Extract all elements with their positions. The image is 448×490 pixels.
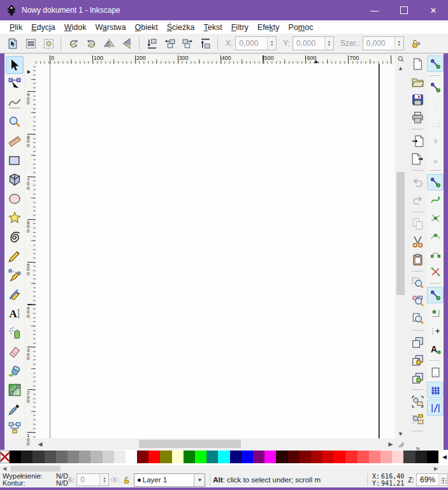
palette-swatch[interactable] <box>148 450 160 463</box>
palette-swatch[interactable] <box>392 450 403 463</box>
vertical-scrollbar-thumb[interactable] <box>396 172 405 295</box>
snap-others-button[interactable] <box>427 287 444 303</box>
import-button[interactable] <box>409 133 426 149</box>
current-layer-dropdown[interactable]: Layer 1 ▼ <box>134 473 206 487</box>
spiral-tool[interactable] <box>6 228 24 246</box>
horizontal-scrollbar[interactable]: ◀ ▶ <box>36 438 395 449</box>
menu-item-filtry[interactable]: Filtry <box>227 22 253 33</box>
calligraphy-tool[interactable] <box>6 285 24 303</box>
node-editor-tool[interactable] <box>6 75 24 93</box>
duplicate-button[interactable] <box>409 334 426 350</box>
save-button[interactable] <box>409 91 426 108</box>
snap-nodes-button[interactable] <box>427 174 444 191</box>
paste-button[interactable] <box>409 251 426 268</box>
palette-swatch[interactable] <box>218 450 229 463</box>
palette-swatch[interactable] <box>10 450 21 463</box>
palette-swatch[interactable] <box>288 450 300 463</box>
palette-scroll-left-icon[interactable]: ◀ <box>442 454 447 460</box>
minimize-button[interactable]: — <box>360 0 389 20</box>
snap-grid-button[interactable] <box>427 382 444 398</box>
spin-arrows[interactable]: ▲▼ <box>267 37 276 50</box>
export-button[interactable] <box>409 150 426 167</box>
text-tool[interactable]: A <box>6 305 24 322</box>
palette-swatch[interactable] <box>427 450 438 463</box>
tweak-tool[interactable] <box>6 94 24 112</box>
spin-arrows[interactable]: ▲▼ <box>394 37 403 50</box>
dropper-tool[interactable] <box>6 400 24 418</box>
connector-tool[interactable] <box>6 419 24 437</box>
snap-cusp-nodes-button[interactable] <box>427 227 444 244</box>
lower-button[interactable] <box>161 35 178 52</box>
palette-swatch[interactable] <box>334 450 345 463</box>
menu-item-warstwa[interactable]: Warstwa <box>90 22 130 33</box>
palette-scroll-right-arrow[interactable]: ▶ <box>431 465 440 472</box>
scroll-left-arrow[interactable]: ◀ <box>36 438 45 449</box>
group-button[interactable] <box>409 393 426 410</box>
palette-swatch[interactable] <box>103 450 114 463</box>
eraser-tool[interactable] <box>6 343 24 361</box>
y-spinbox[interactable]: 0,000▲▼ <box>293 36 334 50</box>
spin-arrows[interactable]: ▲▼ <box>324 37 333 50</box>
palette-swatch[interactable] <box>56 450 68 463</box>
zoom-drawing-button[interactable] <box>409 292 426 309</box>
vertical-ruler[interactable]: 900800700600500400300200100 <box>25 64 36 438</box>
palette-swatch[interactable] <box>79 450 90 463</box>
snap-smooth-nodes-button[interactable] <box>427 245 444 262</box>
snap-intersections-button[interactable] <box>427 210 444 226</box>
palette-swatch[interactable] <box>184 450 195 463</box>
close-button[interactable]: ✕ <box>419 0 448 20</box>
snap-bbox-button[interactable] <box>427 79 444 96</box>
palette-swatch[interactable] <box>137 450 148 463</box>
palette-swatch[interactable] <box>160 450 171 463</box>
snap-bbox-corners-button[interactable] <box>427 115 444 131</box>
palette-swatch[interactable] <box>195 450 206 463</box>
palette-swatch[interactable] <box>21 450 33 463</box>
zoom-tool[interactable] <box>6 113 24 131</box>
rotate-cw-button[interactable] <box>83 35 99 52</box>
color-management-toggle-icon[interactable] <box>396 440 406 449</box>
select-all-layers-button[interactable] <box>22 35 39 52</box>
layer-lock-icon[interactable] <box>122 475 130 485</box>
palette-swatch[interactable] <box>242 450 253 463</box>
opacity-spin-arrows[interactable]: ▲▼ <box>99 474 108 486</box>
sticky-zoom-button[interactable] <box>395 54 406 64</box>
box-3d-tool[interactable] <box>6 171 24 189</box>
layer-visibility-eye-icon[interactable] <box>110 475 119 485</box>
palette-swatch[interactable] <box>126 450 137 463</box>
selector-tool[interactable] <box>6 56 24 74</box>
snap-paths-button[interactable] <box>427 192 444 208</box>
menu-item-obiekt[interactable]: Obiekt <box>131 22 163 33</box>
menu-item-pomoc[interactable]: Pomoc <box>284 22 318 33</box>
raise-button[interactable] <box>179 35 196 52</box>
palette-swatch-none[interactable] <box>0 450 10 463</box>
palette-swatch[interactable] <box>68 450 79 463</box>
snap-text-baseline-button[interactable]: A <box>427 340 444 357</box>
lock-ratio-icon[interactable] <box>407 35 423 52</box>
palette-swatch[interactable] <box>33 450 44 463</box>
document-page[interactable] <box>50 64 380 438</box>
scroll-up-arrow[interactable]: ▲ <box>395 64 406 73</box>
menu-item-plik[interactable]: Plik <box>5 22 27 33</box>
palette-swatch[interactable] <box>415 450 427 463</box>
maximize-button[interactable] <box>389 0 419 20</box>
lower-to-bottom-button[interactable] <box>143 35 160 52</box>
redo-button[interactable] <box>409 192 426 208</box>
palette-swatch[interactable] <box>253 450 264 463</box>
unlink-clone-button[interactable] <box>409 370 426 386</box>
snap-enable-button[interactable] <box>427 55 444 72</box>
snap-rotation-centers-button[interactable] <box>427 322 444 339</box>
palette-swatch[interactable] <box>264 450 276 463</box>
snap-page-border-button[interactable] <box>427 364 444 380</box>
window-resize-grip[interactable] <box>441 478 447 484</box>
scroll-down-arrow[interactable]: ▼ <box>395 429 406 438</box>
snap-midpoints-button[interactable] <box>427 263 444 280</box>
width-spinbox[interactable]: 0,000▲▼ <box>363 36 404 50</box>
menu-item-edycja[interactable]: Edycja <box>27 22 60 33</box>
flip-vertical-button[interactable] <box>119 35 135 52</box>
palette-scrollbar-thumb[interactable] <box>11 466 61 472</box>
palette-swatch[interactable] <box>230 450 242 463</box>
menu-item-ścieżka[interactable]: Ścieżka <box>163 22 199 33</box>
palette-swatch[interactable] <box>380 450 392 463</box>
tool-controls-overflow-button[interactable]: » <box>416 38 420 48</box>
palette-swatch[interactable] <box>172 450 184 463</box>
